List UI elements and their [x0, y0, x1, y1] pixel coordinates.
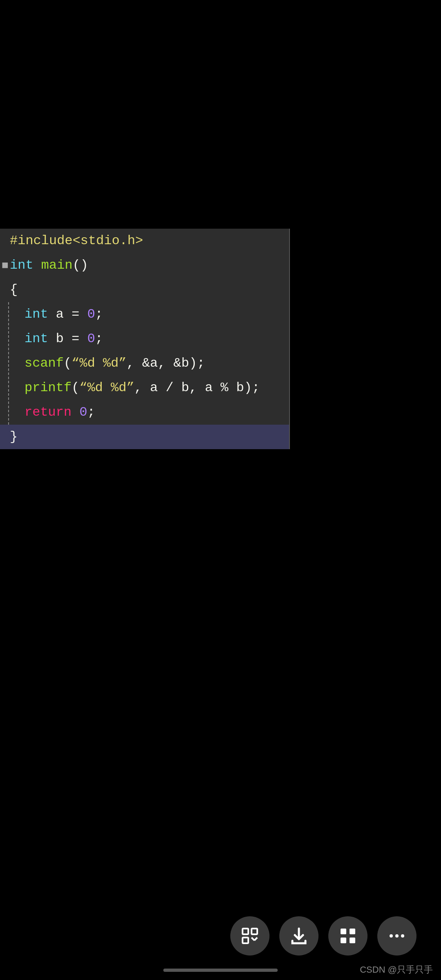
- share-icon: [240, 926, 260, 946]
- code-line-scanf: scanf(“%d %d”, &a, &b);: [0, 351, 289, 376]
- watermark: CSDN @只手只手: [360, 964, 433, 976]
- code-line-open-brace: {: [0, 278, 289, 302]
- watermark-text: CSDN @只手只手: [360, 964, 433, 975]
- more-button[interactable]: [377, 916, 416, 956]
- grid-button[interactable]: [328, 916, 368, 956]
- open-brace: {: [10, 282, 18, 297]
- svg-rect-3: [341, 929, 346, 934]
- code-line-main: ■ int main(): [0, 253, 289, 278]
- code-body: int a = 0; int b = 0; scanf(“%d %d”, &a,…: [0, 302, 289, 425]
- svg-rect-0: [243, 929, 248, 934]
- svg-rect-2: [243, 938, 248, 943]
- svg-rect-6: [350, 938, 355, 943]
- svg-rect-4: [350, 929, 355, 934]
- bottom-toolbar: [230, 916, 416, 956]
- svg-point-7: [390, 934, 393, 938]
- code-line-printf: printf(“%d %d”, a / b, a % b);: [0, 376, 289, 400]
- code-line-include: #include<stdio.h>: [0, 229, 289, 253]
- svg-rect-1: [252, 929, 257, 934]
- code-editor: #include<stdio.h> ■ int main() { int a =…: [0, 229, 290, 449]
- download-icon: [289, 926, 309, 946]
- func-main: main: [41, 258, 73, 273]
- include-statement: #include<stdio.h>: [10, 233, 143, 248]
- svg-rect-5: [341, 938, 346, 943]
- code-line-close-brace: }: [0, 425, 289, 449]
- share-button[interactable]: [230, 916, 270, 956]
- home-bar: [163, 969, 278, 972]
- code-line-return: return 0;: [0, 400, 289, 425]
- download-button[interactable]: [279, 916, 318, 956]
- code-line-int-b: int b = 0;: [0, 327, 289, 351]
- svg-point-8: [395, 934, 399, 938]
- close-brace: }: [10, 429, 18, 444]
- svg-point-9: [401, 934, 404, 938]
- keyword-int: int: [10, 258, 33, 273]
- grid-icon: [338, 926, 358, 946]
- collapse-icon[interactable]: ■: [2, 259, 9, 272]
- more-icon: [387, 926, 407, 946]
- code-line-int-a: int a = 0;: [0, 302, 289, 327]
